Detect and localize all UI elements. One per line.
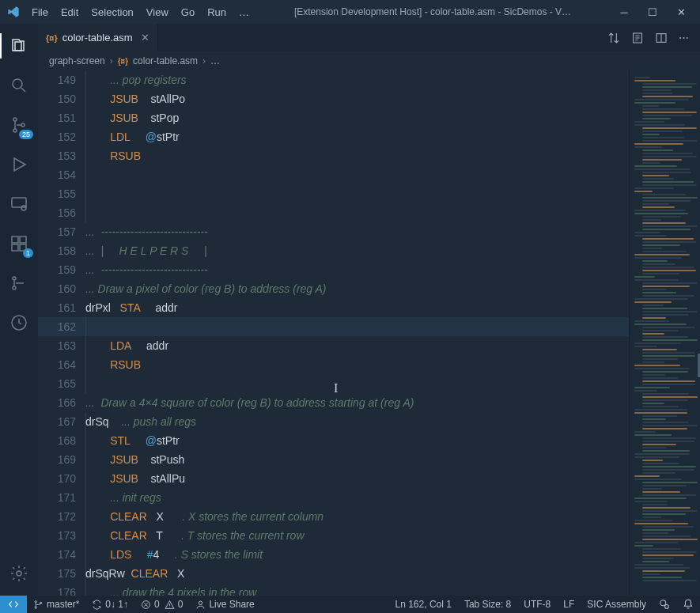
tab-close-icon[interactable]: ✕ bbox=[141, 32, 149, 44]
more-actions-icon[interactable]: ⋯ bbox=[679, 32, 689, 44]
code-line[interactable]: 175drSqRw CLEAR X bbox=[38, 564, 629, 583]
git-sync[interactable]: 0↓ 1↑ bbox=[85, 599, 134, 610]
svg-point-13 bbox=[17, 571, 21, 576]
git-branch[interactable]: master* bbox=[27, 599, 85, 610]
notifications-icon[interactable] bbox=[676, 599, 700, 610]
maximize-button[interactable]: ☐ bbox=[645, 6, 660, 18]
code-line[interactable]: 169 JSUB stPush bbox=[38, 450, 629, 469]
code-line[interactable]: 160... Draw a pixel of color (reg B) to … bbox=[38, 279, 629, 298]
svg-point-2 bbox=[13, 129, 17, 132]
explorer-icon[interactable] bbox=[0, 30, 38, 62]
run-debug-icon[interactable] bbox=[0, 149, 38, 180]
split-editor-icon[interactable] bbox=[655, 32, 668, 44]
code-line[interactable]: 154 bbox=[38, 165, 629, 184]
eol[interactable]: LF bbox=[557, 599, 581, 610]
sync-counts: 0↓ 1↑ bbox=[105, 599, 128, 610]
tab-size[interactable]: Tab Size: 8 bbox=[458, 599, 517, 610]
problems[interactable]: 0 0 bbox=[134, 599, 189, 610]
line-number: 163 bbox=[49, 336, 85, 355]
search-icon[interactable] bbox=[0, 70, 38, 101]
code-line[interactable]: 174 LDS #4 . S stores the limit bbox=[38, 545, 629, 564]
extensions-icon[interactable]: 1 bbox=[0, 228, 38, 259]
branch-name: master* bbox=[47, 599, 79, 610]
encoding[interactable]: UTF-8 bbox=[517, 599, 557, 610]
line-number: 160 bbox=[49, 279, 85, 298]
cursor-position[interactable]: Ln 162, Col 1 bbox=[389, 599, 458, 610]
remote-indicator[interactable] bbox=[0, 596, 27, 613]
line-number: 167 bbox=[49, 412, 85, 431]
gitlens-icon[interactable] bbox=[0, 267, 38, 299]
code-line[interactable]: 167drSq ... push all regs bbox=[38, 412, 629, 431]
remote-explorer-icon[interactable] bbox=[0, 188, 38, 220]
line-number: 169 bbox=[49, 450, 85, 469]
svg-point-10 bbox=[13, 277, 16, 280]
line-number: 173 bbox=[49, 526, 85, 545]
code-line[interactable]: 176 ... draw the 4 pixels in the row bbox=[38, 583, 629, 596]
compare-changes-icon[interactable] bbox=[607, 32, 620, 44]
code-line[interactable]: 170 JSUB stAllPu bbox=[38, 469, 629, 488]
code-editor[interactable]: I 149 ... pop registers150 JSUB stAllPo1… bbox=[38, 70, 629, 596]
source-control-icon[interactable]: 25 bbox=[0, 109, 38, 141]
breadcrumb-folder[interactable]: graph-screen bbox=[49, 55, 105, 66]
menu-go[interactable]: Go bbox=[176, 3, 199, 21]
code-line[interactable]: 153 RSUB bbox=[38, 146, 629, 165]
code-line[interactable]: 156 bbox=[38, 203, 629, 222]
svg-point-3 bbox=[21, 123, 25, 127]
menu-view[interactable]: View bbox=[142, 3, 173, 21]
close-button[interactable]: ✕ bbox=[673, 6, 689, 18]
code-line[interactable]: 157... ----------------------------- bbox=[38, 222, 629, 241]
line-number: 161 bbox=[49, 298, 85, 317]
code-line[interactable]: 168 STL @stPtr bbox=[38, 431, 629, 450]
svg-point-20 bbox=[199, 601, 202, 604]
line-number: 172 bbox=[49, 507, 85, 526]
code-line[interactable]: 173 CLEAR T . T stores the current row bbox=[38, 526, 629, 545]
line-number: 170 bbox=[49, 469, 85, 488]
code-line[interactable]: 152 LDL @stPtr bbox=[38, 127, 629, 146]
minimap[interactable] bbox=[629, 70, 700, 596]
code-line[interactable]: 149 ... pop registers bbox=[38, 70, 629, 89]
svg-point-17 bbox=[35, 607, 36, 608]
code-line[interactable]: 150 JSUB stAllPo bbox=[38, 89, 629, 108]
code-line[interactable]: 159... ----------------------------- bbox=[38, 260, 629, 279]
code-line[interactable]: 164 RSUB bbox=[38, 355, 629, 374]
timeline-icon[interactable] bbox=[0, 307, 38, 339]
code-line[interactable]: 158... | H E L P E R S | bbox=[38, 241, 629, 260]
code-line[interactable]: 161drPxl STA addr bbox=[38, 298, 629, 317]
activity-bar: 25 1 bbox=[0, 24, 38, 596]
svg-point-11 bbox=[13, 286, 16, 289]
code-line[interactable]: 162 bbox=[38, 317, 629, 336]
code-line[interactable]: 171 ... init regs bbox=[38, 488, 629, 507]
asm-file-icon: {¤} bbox=[46, 33, 58, 43]
settings-gear-icon[interactable] bbox=[0, 558, 38, 589]
minimize-button[interactable]: ─ bbox=[616, 6, 632, 18]
svg-point-0 bbox=[13, 79, 22, 89]
line-number: 162 bbox=[49, 317, 85, 336]
text-cursor-icon: I bbox=[334, 379, 338, 398]
asm-file-icon: {¤} bbox=[118, 57, 128, 66]
tab-color-table[interactable]: {¤} color-table.asm ✕ bbox=[38, 24, 158, 51]
code-line[interactable]: 155 bbox=[38, 184, 629, 203]
code-line[interactable]: 163 LDA addr bbox=[38, 336, 629, 355]
menu-file[interactable]: File bbox=[27, 3, 53, 21]
live-share[interactable]: Live Share bbox=[189, 599, 260, 610]
language-mode[interactable]: SIC Assembly bbox=[581, 599, 653, 610]
svg-point-1 bbox=[13, 118, 17, 121]
svg-rect-7 bbox=[20, 236, 26, 243]
line-number: 150 bbox=[49, 89, 85, 108]
line-number: 149 bbox=[49, 70, 85, 89]
code-line[interactable]: 151 JSUB stPop bbox=[38, 108, 629, 127]
svg-point-5 bbox=[21, 206, 26, 210]
feedback-icon[interactable] bbox=[653, 599, 676, 610]
code-line[interactable]: 172 CLEAR X . X stores the current colum… bbox=[38, 507, 629, 526]
menu-edit[interactable]: Edit bbox=[56, 3, 83, 21]
breadcrumbs[interactable]: graph-screen › {¤} color-table.asm › … bbox=[38, 51, 700, 70]
window-controls: ─ ☐ ✕ bbox=[611, 6, 694, 18]
open-changes-icon[interactable] bbox=[631, 32, 644, 44]
tab-filename: color-table.asm bbox=[62, 32, 133, 44]
breadcrumb-file[interactable]: color-table.asm bbox=[133, 55, 198, 66]
menu-run[interactable]: Run bbox=[202, 3, 231, 21]
menu-selection[interactable]: Selection bbox=[86, 3, 138, 21]
menu-overflow[interactable]: … bbox=[234, 3, 254, 21]
breadcrumb-symbol[interactable]: … bbox=[210, 55, 220, 66]
title-bar: File Edit Selection View Go Run … [Exten… bbox=[0, 0, 700, 24]
